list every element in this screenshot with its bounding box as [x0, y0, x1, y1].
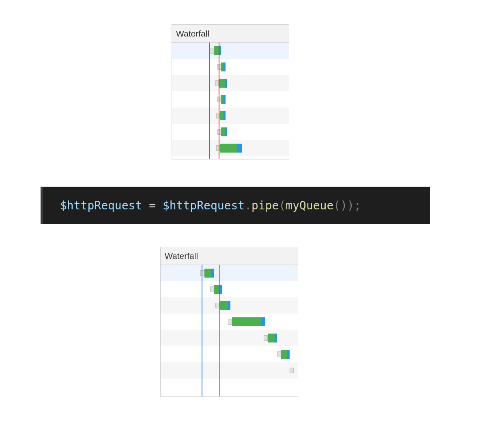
timing-segment-green — [232, 317, 261, 326]
code-token: . — [245, 199, 251, 212]
waterfall-row[interactable] — [172, 43, 289, 59]
timing-bar[interactable] — [215, 79, 227, 88]
marker-line-blue — [209, 43, 210, 159]
waterfall-body-bottom[interactable] — [161, 265, 298, 396]
timing-segment-blue — [225, 79, 227, 88]
timing-segment-blue — [211, 269, 214, 278]
timing-bar[interactable] — [277, 350, 289, 359]
timing-segment-queue — [210, 286, 214, 292]
code-line: $httpRequest = $httpRequest.pipe(myQueue… — [60, 199, 361, 212]
waterfall-header[interactable]: Waterfall — [161, 247, 298, 265]
timing-segment-green — [221, 127, 225, 136]
timing-bar[interactable] — [215, 301, 230, 310]
timing-bar[interactable] — [228, 317, 265, 326]
code-token: = — [142, 199, 163, 212]
timing-segment-green — [220, 144, 237, 153]
waterfall-row[interactable] — [161, 362, 298, 379]
code-token: ( — [279, 199, 286, 212]
waterfall-title: Waterfall — [176, 29, 209, 39]
timing-segment-blue — [237, 144, 242, 153]
marker-line-red — [219, 265, 220, 396]
waterfall-title: Waterfall — [165, 251, 198, 261]
waterfall-row[interactable] — [161, 346, 298, 362]
waterfall-row[interactable] — [172, 124, 289, 140]
waterfall-row[interactable] — [172, 91, 289, 108]
timing-bar[interactable] — [290, 366, 294, 375]
timing-bar[interactable] — [210, 285, 222, 294]
timing-bar[interactable] — [216, 111, 226, 120]
waterfall-panel-bottom: Waterfall — [160, 247, 298, 397]
code-token: myQueue — [286, 199, 333, 212]
timing-segment-queue — [290, 368, 294, 373]
timing-segment-queue — [211, 48, 214, 54]
code-token: $httpRequest — [60, 199, 142, 212]
waterfall-row[interactable] — [161, 330, 298, 346]
code-token: pipe — [251, 199, 279, 212]
timing-segment-blue — [275, 334, 277, 342]
waterfall-row[interactable] — [161, 265, 298, 281]
marker-line-blue — [202, 265, 202, 396]
waterfall-row[interactable] — [172, 75, 289, 91]
timing-segment-queue — [228, 319, 232, 325]
waterfall-row[interactable] — [161, 297, 298, 314]
timing-segment-green — [281, 350, 287, 359]
code-token: $httpRequest — [163, 199, 245, 212]
waterfall-panel-top: Waterfall — [172, 24, 289, 159]
timing-segment-blue — [224, 111, 226, 120]
timing-bar[interactable] — [264, 334, 277, 342]
timing-segment-green — [214, 285, 220, 294]
waterfall-header[interactable]: Waterfall — [172, 25, 289, 43]
waterfall-body-top[interactable] — [172, 43, 289, 159]
timing-segment-green — [219, 301, 228, 310]
timing-segment-queue — [264, 335, 268, 341]
timing-segment-green — [204, 269, 211, 278]
timing-segment-queue — [215, 303, 219, 308]
waterfall-row[interactable] — [172, 140, 289, 156]
timing-segment-blue — [224, 95, 226, 104]
waterfall-row[interactable] — [172, 108, 289, 124]
marker-line-red — [219, 43, 219, 159]
waterfall-row[interactable] — [161, 314, 298, 330]
timing-segment-blue — [224, 62, 226, 71]
gridline — [255, 43, 255, 159]
timing-segment-blue — [228, 301, 231, 310]
waterfall-row[interactable] — [161, 281, 298, 297]
waterfall-row[interactable] — [172, 59, 289, 75]
timing-segment-queue — [277, 351, 281, 357]
code-block: $httpRequest = $httpRequest.pipe(myQueue… — [41, 187, 430, 224]
timing-segment-green — [268, 334, 275, 342]
timing-segment-green — [219, 79, 224, 88]
timing-segment-blue — [225, 127, 227, 136]
timing-segment-green — [214, 46, 219, 55]
timing-segment-queue — [215, 80, 219, 86]
timing-segment-green — [220, 111, 224, 120]
timing-segment-blue — [287, 350, 290, 359]
timing-bar[interactable] — [216, 144, 242, 153]
code-token: ()); — [333, 199, 361, 212]
timing-segment-blue — [261, 317, 265, 326]
